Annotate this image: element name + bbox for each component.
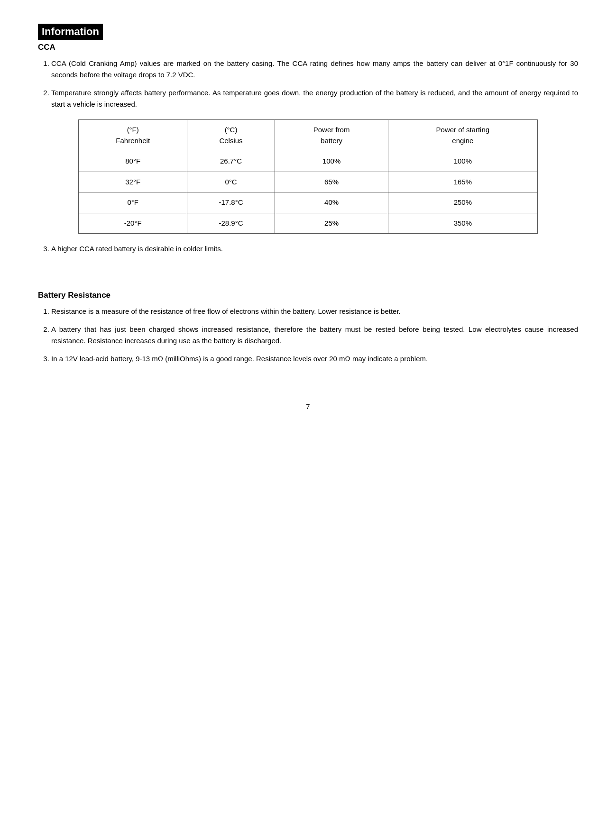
table-row: 80°F 26.7°C 100% 100%: [79, 151, 537, 172]
row2-celsius: 0°C: [187, 172, 275, 192]
row4-fahrenheit: -20°F: [79, 213, 187, 234]
resistance-item-1: Resistance is a measure of the resistanc…: [51, 306, 578, 317]
cca-list-item3: A higher CCA rated battery is desirable …: [38, 243, 578, 255]
row2-battery: 65%: [275, 172, 388, 192]
table-row: -20°F -28.9°C 25% 350%: [79, 213, 537, 234]
row1-fahrenheit: 80°F: [79, 151, 187, 172]
row1-battery: 100%: [275, 151, 388, 172]
battery-resistance-title: Battery Resistance: [38, 291, 578, 300]
cca-item-3: A higher CCA rated battery is desirable …: [51, 243, 578, 255]
row4-engine: 350%: [388, 213, 537, 234]
cca-item-2: Temperature strongly affects battery per…: [51, 87, 578, 110]
table-row: 32°F 0°C 65% 165%: [79, 172, 537, 192]
cca-item-1: CCA (Cold Cranking Amp) values are marke…: [51, 58, 578, 81]
cca-title: CCA: [38, 43, 578, 52]
row2-fahrenheit: 32°F: [79, 172, 187, 192]
col-celsius-header: (°C) Celsius: [187, 120, 275, 151]
row3-fahrenheit: 0°F: [79, 192, 187, 213]
temperature-table-container: (°F) Fahrenheit (°C) Celsius Power from …: [38, 119, 578, 234]
col-fahrenheit-header: (°F) Fahrenheit: [79, 120, 187, 151]
table-row: 0°F -17.8°C 40% 250%: [79, 192, 537, 213]
temperature-table: (°F) Fahrenheit (°C) Celsius Power from …: [78, 119, 537, 234]
cca-list: CCA (Cold Cranking Amp) values are marke…: [38, 58, 578, 110]
row4-celsius: -28.9°C: [187, 213, 275, 234]
col-power-battery-header: Power from battery: [275, 120, 388, 151]
row3-celsius: -17.8°C: [187, 192, 275, 213]
row3-engine: 250%: [388, 192, 537, 213]
resistance-item-3: In a 12V lead-acid battery, 9-13 mΩ (mil…: [51, 353, 578, 365]
page-number: 7: [38, 402, 578, 411]
col-power-engine-header: Power of starting engine: [388, 120, 537, 151]
row1-engine: 100%: [388, 151, 537, 172]
info-header: Information: [38, 24, 103, 40]
row3-battery: 40%: [275, 192, 388, 213]
row4-battery: 25%: [275, 213, 388, 234]
resistance-item-2: A battery that has just been charged sho…: [51, 324, 578, 347]
battery-resistance-list: Resistance is a measure of the resistanc…: [38, 306, 578, 365]
row1-celsius: 26.7°C: [187, 151, 275, 172]
table-header-row: (°F) Fahrenheit (°C) Celsius Power from …: [79, 120, 537, 151]
row2-engine: 165%: [388, 172, 537, 192]
